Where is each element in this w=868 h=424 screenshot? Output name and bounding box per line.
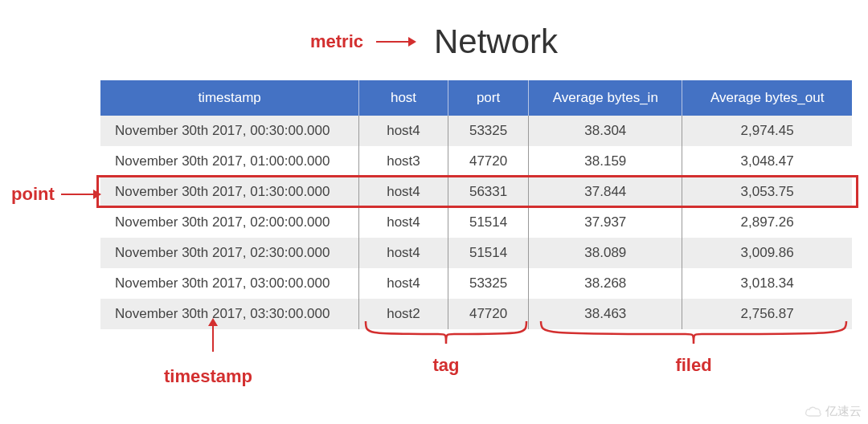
cell-port: 47720: [448, 146, 529, 177]
filed-brace: filed: [537, 320, 850, 376]
page-title: Network: [434, 22, 558, 61]
cell-avg_in: 38.304: [529, 116, 682, 146]
curly-brace-icon: [537, 320, 850, 349]
cell-avg_in: 38.089: [529, 238, 682, 268]
table-row: November 30th 2017, 01:30:00.000host4563…: [100, 177, 852, 207]
cell-timestamp: November 30th 2017, 00:30:00.000: [100, 116, 359, 146]
filed-annotation-label: filed: [537, 355, 850, 376]
col-header-timestamp: timestamp: [100, 80, 359, 116]
cell-avg_in: 38.159: [529, 146, 682, 177]
cell-timestamp: November 30th 2017, 02:00:00.000: [100, 207, 359, 238]
col-header-avg-in: Average bytes_in: [529, 80, 682, 116]
col-header-host: host: [359, 80, 448, 116]
cell-host: host3: [359, 146, 448, 177]
cell-timestamp: November 30th 2017, 01:00:00.000: [100, 146, 359, 177]
data-table-container: timestamp host port Average bytes_in Ave…: [100, 80, 852, 329]
cell-avg_out: 3,053.75: [682, 177, 852, 207]
table-header-row: timestamp host port Average bytes_in Ave…: [100, 80, 852, 116]
cell-timestamp: November 30th 2017, 03:00:00.000: [100, 268, 359, 299]
curly-brace-icon: [362, 320, 530, 349]
cloud-icon: [805, 406, 822, 418]
arrow-right-icon: [61, 194, 100, 195]
timestamp-annotation-label: timestamp: [164, 366, 252, 387]
table-row: November 30th 2017, 01:00:00.000host3477…: [100, 146, 852, 177]
col-header-port: port: [448, 80, 529, 116]
tag-brace: tag: [362, 320, 530, 376]
tag-annotation-label: tag: [362, 355, 530, 376]
point-annotation: point: [11, 184, 100, 205]
timestamp-arrow: [212, 320, 214, 352]
metric-annotation-label: metric: [310, 31, 363, 52]
data-table: timestamp host port Average bytes_in Ave…: [100, 80, 852, 329]
cell-host: host4: [359, 177, 448, 207]
cell-avg_out: 3,048.47: [682, 146, 852, 177]
cell-timestamp: November 30th 2017, 01:30:00.000: [100, 177, 359, 207]
table-row: November 30th 2017, 03:00:00.000host4533…: [100, 268, 852, 299]
table-row: November 30th 2017, 02:00:00.000host4515…: [100, 207, 852, 238]
cell-port: 53325: [448, 268, 529, 299]
table-row: November 30th 2017, 02:30:00.000host4515…: [100, 238, 852, 268]
watermark-text: 亿速云: [825, 404, 862, 419]
cell-port: 56331: [448, 177, 529, 207]
cell-avg_out: 3,009.86: [682, 238, 852, 268]
cell-avg_out: 3,018.34: [682, 268, 852, 299]
cell-timestamp: November 30th 2017, 02:30:00.000: [100, 238, 359, 268]
cell-avg_in: 37.844: [529, 177, 682, 207]
cell-avg_in: 38.268: [529, 268, 682, 299]
cell-port: 51514: [448, 207, 529, 238]
cell-timestamp: November 30th 2017, 03:30:00.000: [100, 299, 359, 329]
cell-avg_out: 2,974.45: [682, 116, 852, 146]
cell-avg_out: 2,897.26: [682, 207, 852, 238]
watermark: 亿速云: [805, 404, 862, 419]
cell-host: host4: [359, 268, 448, 299]
cell-host: host4: [359, 207, 448, 238]
title-row: metric Network: [0, 0, 868, 61]
arrow-right-icon: [376, 41, 415, 43]
cell-port: 51514: [448, 238, 529, 268]
col-header-avg-out: Average bytes_out: [682, 80, 852, 116]
cell-avg_in: 37.937: [529, 207, 682, 238]
cell-host: host4: [359, 238, 448, 268]
point-annotation-label: point: [11, 184, 55, 205]
table-row: November 30th 2017, 00:30:00.000host4533…: [100, 116, 852, 146]
arrow-up-icon: [212, 320, 214, 352]
cell-port: 53325: [448, 116, 529, 146]
cell-host: host4: [359, 116, 448, 146]
